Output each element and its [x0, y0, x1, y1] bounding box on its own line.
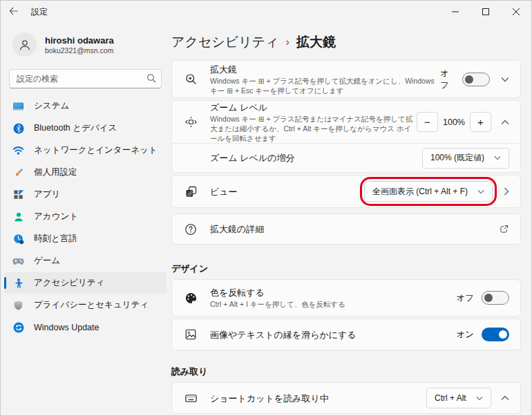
update-icon — [12, 321, 24, 333]
sidebar-item-accounts[interactable]: アカウント — [4, 206, 167, 227]
zoom-level-card[interactable]: ズーム レベル Windows キー ⊞ + プラス記号またはマイナス記号を押し… — [172, 101, 520, 143]
main-content: アクセシビリティ › 拡大鏡 拡大鏡 Windows キー ⊞ + プラス記号を… — [171, 23, 521, 415]
shield-icon — [12, 299, 24, 311]
zoom-increment-row: ズーム レベルの増分 100% (既定値) — [172, 144, 520, 172]
sidebar-item-privacy-security[interactable]: プライバシーとセキュリティ — [4, 294, 167, 316]
zoom-increment-dropdown[interactable]: 100% (既定値) — [422, 148, 509, 169]
invert-toggle-label: オフ — [456, 292, 474, 304]
back-button[interactable] — [1, 1, 27, 22]
sidebar-item-label: 時刻と言語 — [34, 233, 77, 245]
window-title: 設定 — [31, 6, 48, 18]
magnifier-details-card[interactable]: 拡大鏡の詳細 — [171, 214, 521, 245]
search-input[interactable] — [9, 69, 162, 88]
sidebar-item-gaming[interactable]: ゲーム — [4, 250, 167, 272]
reading-shortcut-card[interactable]: ショートカットを読み取り中 Ctrl + Alt — [171, 382, 521, 414]
titlebar: 設定 — [1, 1, 531, 23]
minimize-button[interactable] — [440, 1, 471, 23]
maximize-button[interactable] — [471, 1, 501, 23]
magnifier-toggle-label: オフ — [440, 68, 455, 91]
page-title: 拡大鏡 — [296, 33, 336, 51]
clock-icon — [12, 233, 24, 245]
paintbrush-icon — [12, 167, 24, 178]
close-icon — [513, 6, 520, 18]
smooth-edges-card[interactable]: 画像やテキストの縁を滑らかにする オン — [171, 319, 521, 350]
sidebar-item-label: Bluetooth とデバイス — [34, 122, 117, 134]
sidebar-item-label: ネットワークとインターネット — [34, 144, 158, 156]
sidebar-item-accessibility[interactable]: アクセシビリティ — [4, 272, 167, 294]
external-link-icon — [499, 224, 509, 234]
sidebar-item-label: アプリ — [34, 189, 60, 200]
magnifier-description: Windows キー ⊞ + プラス記号を押して拡大鏡をオンにし、Windows… — [210, 76, 440, 95]
keyboard-icon — [183, 392, 198, 405]
chevron-down-icon — [494, 155, 501, 160]
reading-shortcut-value: Ctrl + Alt — [435, 393, 466, 403]
settings-window: 設定 hiroshi odawara boku2321@msn.com — [0, 0, 532, 416]
back-arrow-icon — [9, 6, 19, 18]
user-email: boku2321@msn.com — [45, 46, 114, 55]
chevron-up-icon[interactable] — [501, 120, 509, 125]
game-controller-icon — [12, 255, 24, 267]
magnifier-card[interactable]: 拡大鏡 Windows キー ⊞ + プラス記号を押して拡大鏡をオンにし、Win… — [171, 60, 521, 98]
chevron-down-icon — [477, 189, 484, 194]
zoom-level-icon — [183, 115, 198, 129]
sidebar-item-time-language[interactable]: 時刻と言語 — [4, 228, 167, 249]
reading-shortcut-label: ショートカットを読み取り中 — [210, 393, 329, 404]
view-label: ビュー — [210, 186, 238, 198]
chevron-down-icon[interactable] — [501, 77, 509, 82]
invert-colors-description: Ctrl + Alt + I キーを押して、色を反転する — [210, 299, 345, 309]
zoom-increment-label: ズーム レベルの増分 — [210, 152, 294, 164]
invert-colors-title: 色を反転する — [210, 287, 345, 299]
help-circle-icon — [183, 223, 198, 236]
view-lens-icon — [183, 185, 198, 198]
view-card[interactable]: ビュー 全画面表示 (Ctrl + Alt + F) — [171, 175, 521, 208]
sidebar-item-apps[interactable]: アプリ — [4, 184, 167, 205]
zoom-decrement-button[interactable]: − — [417, 112, 438, 132]
zoom-increment-button[interactable]: + — [470, 112, 491, 132]
invert-colors-toggle[interactable] — [482, 291, 509, 305]
chevron-right-icon[interactable] — [504, 187, 509, 196]
maximize-icon — [482, 6, 489, 18]
magnifier-plus-icon — [183, 73, 198, 86]
bluetooth-icon — [12, 122, 24, 134]
user-name: hiroshi odawara — [45, 35, 114, 46]
zoom-level-title: ズーム レベル — [210, 102, 417, 113]
smooth-toggle-label: オン — [456, 329, 474, 341]
sidebar-item-label: アカウント — [34, 211, 78, 223]
sidebar-item-personalization[interactable]: 個人用設定 — [4, 162, 167, 183]
breadcrumb-parent[interactable]: アクセシビリティ — [171, 33, 279, 51]
account-icon — [12, 211, 24, 223]
view-dropdown[interactable]: 全画面表示 (Ctrl + Alt + F) — [364, 181, 493, 202]
apps-icon — [12, 189, 24, 200]
sidebar-item-label: プライバシーとセキュリティ — [34, 299, 149, 311]
zoom-level-description: Windows キー ⊞ + プラス記号またはマイナス記号を押して拡大または縮小… — [210, 114, 417, 143]
sidebar-nav: システム Bluetooth とデバイス ネットワークとインターネット 個人用設… — [1, 95, 170, 338]
smooth-edges-toggle[interactable] — [482, 328, 509, 341]
window-controls — [440, 1, 531, 23]
sidebar: hiroshi odawara boku2321@msn.com システム Bl… — [1, 23, 170, 415]
smooth-edges-label: 画像やテキストの縁を滑らかにする — [210, 329, 357, 341]
zoom-level-value: 100% — [438, 117, 470, 127]
close-button[interactable] — [501, 1, 531, 23]
sidebar-item-bluetooth-devices[interactable]: Bluetooth とデバイス — [4, 117, 167, 139]
breadcrumb: アクセシビリティ › 拡大鏡 — [171, 32, 521, 53]
section-design: デザイン — [171, 263, 521, 275]
zoom-increment-value: 100% (既定値) — [430, 152, 484, 164]
user-profile[interactable]: hiroshi odawara boku2321@msn.com — [1, 23, 170, 64]
view-value: 全画面表示 (Ctrl + Alt + F) — [372, 186, 468, 198]
sidebar-item-label: アクセシビリティ — [34, 277, 104, 289]
reading-shortcut-dropdown[interactable]: Ctrl + Alt — [426, 388, 491, 408]
sidebar-item-windows-update[interactable]: Windows Update — [4, 316, 167, 338]
zoom-level-group: ズーム レベル Windows キー ⊞ + プラス記号またはマイナス記号を押し… — [171, 100, 521, 173]
chevron-up-icon[interactable] — [501, 395, 509, 401]
sidebar-item-label: Windows Update — [34, 323, 99, 332]
minimize-icon — [452, 6, 459, 18]
system-icon — [12, 100, 24, 112]
sidebar-item-system[interactable]: システム — [4, 95, 167, 117]
sidebar-item-label: システム — [34, 100, 69, 112]
sidebar-item-network[interactable]: ネットワークとインターネット — [4, 140, 167, 161]
magnifier-toggle[interactable] — [462, 73, 490, 86]
magnifier-title: 拡大鏡 — [210, 64, 440, 75]
sidebar-item-label: 個人用設定 — [34, 167, 77, 178]
wifi-icon — [12, 144, 24, 156]
invert-colors-card[interactable]: 色を反転する Ctrl + Alt + I キーを押して、色を反転する オフ — [171, 279, 521, 316]
